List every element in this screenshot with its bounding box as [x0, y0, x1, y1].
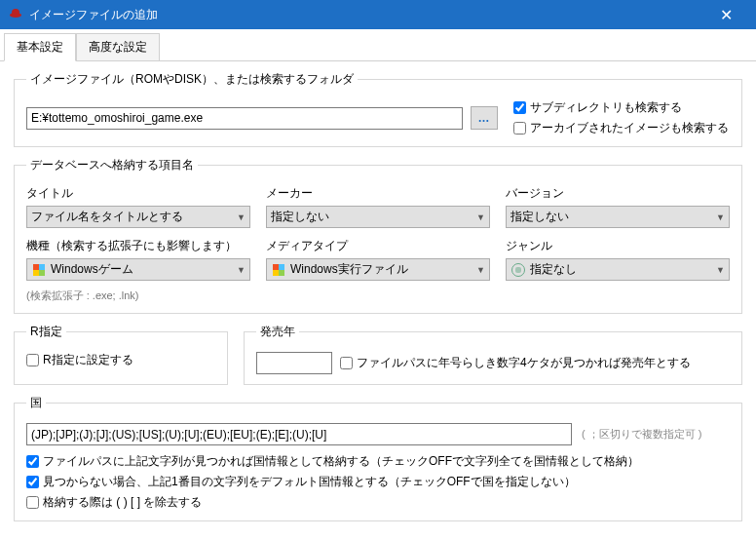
genre-label: ジャンル [506, 238, 730, 254]
checkbox-detect-year[interactable]: ファイルパスに年号らしき数字4ケタが見つかれば発売年とする [340, 355, 691, 371]
country-legend: 国 [26, 395, 46, 411]
browse-button[interactable]: … [471, 106, 498, 130]
year-legend: 発売年 [256, 324, 299, 340]
maker-combo[interactable]: 指定しない▼ [266, 206, 490, 228]
year-input[interactable] [256, 352, 332, 374]
chevron-down-icon: ▼ [476, 265, 485, 275]
db-legend: データベースへ格納する項目名 [26, 157, 198, 173]
chevron-down-icon: ▼ [476, 212, 485, 222]
machine-combo[interactable]: Windowsゲーム▼ [26, 258, 250, 281]
section-r-rating: R指定 R指定に設定する [14, 324, 228, 385]
r-legend: R指定 [26, 324, 66, 340]
title-label: タイトル [26, 185, 250, 202]
machine-label: 機種（検索する拡張子にも影響します） [26, 238, 250, 254]
section-database-fields: データベースへ格納する項目名 タイトル ファイル名をタイトルとする▼ メーカー … [14, 157, 742, 314]
globe-icon [510, 262, 526, 278]
windows-icon [31, 262, 47, 278]
chevron-down-icon: ▼ [716, 212, 725, 222]
section-image-file: イメージファイル（ROMやDISK）、または検索するフォルダ … サブディレクト… [14, 71, 742, 147]
ellipsis-icon: … [478, 111, 491, 125]
media-combo[interactable]: Windows実行ファイル▼ [266, 258, 490, 281]
image-file-legend: イメージファイル（ROMやDISK）、または検索するフォルダ [26, 71, 358, 88]
maker-label: メーカー [266, 185, 490, 202]
country-codes-input[interactable] [26, 423, 572, 445]
checkbox-set-r[interactable]: R指定に設定する [26, 352, 215, 368]
tab-advanced[interactable]: 高度な設定 [76, 33, 160, 60]
path-input[interactable] [26, 107, 463, 130]
windows-icon [271, 262, 286, 278]
chevron-down-icon: ▼ [716, 265, 725, 275]
tab-strip: 基本設定 高度な設定 [0, 29, 756, 61]
app-icon [8, 9, 23, 20]
checkbox-search-archives[interactable]: アーカイブされたイメージも検索する [513, 120, 729, 136]
close-button[interactable]: ✕ [704, 0, 748, 29]
chevron-down-icon: ▼ [237, 212, 246, 222]
section-country: 国 ( ；区切りで複数指定可 ) ファイルパスに上記文字列が見つかれば国情報とし… [14, 395, 742, 521]
media-label: メディアタイプ [266, 238, 490, 254]
checkbox-recurse-subdir[interactable]: サブディレクトリも検索する [513, 99, 729, 116]
chevron-down-icon: ▼ [237, 265, 246, 275]
country-note: ( ；区切りで複数指定可 ) [582, 427, 701, 442]
checkbox-country-default[interactable]: 見つからない場合、上記1番目の文字列をデフォルト国情報とする（チェックOFFで国… [26, 474, 730, 490]
section-release-year: 発売年 ファイルパスに年号らしき数字4ケタが見つかれば発売年とする [244, 324, 742, 385]
genre-combo[interactable]: 指定なし▼ [506, 258, 730, 281]
ext-hint: (検索拡張子 : .exe; .lnk) [26, 289, 250, 303]
checkbox-strip-brackets[interactable]: 格納する際は ( ) [ ] を除去する [26, 494, 730, 511]
title-bar: イメージファイルの追加 ✕ [0, 0, 756, 29]
tab-basic[interactable]: 基本設定 [4, 33, 76, 61]
window-title: イメージファイルの追加 [29, 7, 158, 23]
version-label: バージョン [506, 185, 730, 202]
checkbox-country-match[interactable]: ファイルパスに上記文字列が見つかれば国情報として格納する（チェックOFFで文字列… [26, 453, 730, 470]
version-combo[interactable]: 指定しない▼ [506, 206, 730, 228]
title-combo[interactable]: ファイル名をタイトルとする▼ [26, 206, 250, 228]
